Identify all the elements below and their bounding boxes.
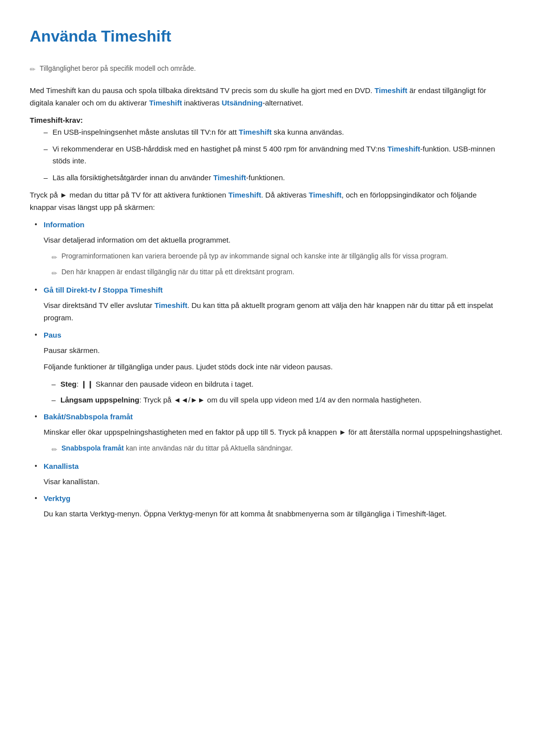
info-note-1-text: Programinformationen kan variera beroend… bbox=[61, 251, 448, 261]
list-item-verktyg: Verktyg Du kan starta Verktyg-menyn. Öpp… bbox=[30, 493, 505, 520]
rewind-note-text: Snabbspola framåt kan inte användas när … bbox=[61, 443, 293, 454]
rewind-note-row: ✏ Snabbspola framåt kan inte användas nä… bbox=[44, 443, 505, 455]
requirement-1: En USB-inspelningsenhet måste anslutas t… bbox=[44, 126, 505, 138]
req1-text-after: ska kunna användas. bbox=[271, 128, 344, 136]
paus-sub-slow: Långsam uppspelning: Tryck på ◄◄/►► om d… bbox=[52, 394, 505, 406]
slow-label: Långsam uppspelning bbox=[60, 396, 139, 404]
paus-sub-steg: Steg: ❙❙ Skannar den pausade videon en b… bbox=[52, 378, 505, 390]
steg-text: Skannar den pausade videon en bildruta i… bbox=[94, 380, 254, 388]
intro-text-4: -alternativet. bbox=[263, 99, 304, 107]
btn-information-title: Information bbox=[44, 220, 85, 229]
timeshift-link-2: Timeshift bbox=[149, 99, 182, 107]
intro-text-3: inaktiveras bbox=[182, 99, 221, 107]
requirements-heading: Timeshift-krav: bbox=[30, 114, 505, 126]
req1-link: Timeshift bbox=[239, 128, 271, 136]
btn-golive-desc: Visar direktsänd TV eller avslutar Times… bbox=[44, 299, 505, 324]
activation-paragraph: Tryck på ► medan du tittar på TV för att… bbox=[30, 189, 505, 214]
btn-kanallista-desc: Visar kanallistan. bbox=[44, 475, 505, 488]
btn-rewind-title: Bakåt/Snabbspola framåt bbox=[44, 412, 133, 421]
intro-paragraph: Med Timeshift kan du pausa och spola til… bbox=[30, 84, 505, 109]
steg-label: Steg bbox=[60, 380, 77, 388]
paus-desc-1: Pausar skärmen. bbox=[44, 344, 505, 357]
pencil-icon-info-1: ✏ bbox=[52, 252, 57, 263]
timeshift-link-1: Timeshift bbox=[374, 86, 407, 95]
act-text-1: Tryck på ► medan du tittar på TV för att… bbox=[30, 191, 228, 199]
buttons-list: Information Visar detaljerad information… bbox=[30, 219, 505, 520]
btn-verktyg-desc: Du kan starta Verktyg-menyn. Öppna Verkt… bbox=[44, 507, 505, 520]
availability-note-text: Tillgänglighet beror på specifik modell … bbox=[40, 63, 196, 74]
intro-text-1: Med Timeshift kan du pausa och spola til… bbox=[30, 86, 374, 95]
requirement-3: Läs alla försiktighetsåtgärder innan du … bbox=[44, 172, 505, 184]
availability-note-row: ✏ Tillgänglighet beror på specifik model… bbox=[30, 63, 505, 75]
btn-golive-sep: / bbox=[97, 286, 103, 294]
steg-symbol: : ❙❙ bbox=[77, 380, 94, 388]
info-note-2-text: Den här knappen är endast tillgänglig nä… bbox=[61, 267, 294, 277]
btn-information-desc: Visar detaljerad information om det aktu… bbox=[44, 234, 505, 247]
btn-paus-title: Paus bbox=[44, 331, 61, 339]
btn-golive-title-1: Gå till Direkt-tv bbox=[44, 286, 97, 294]
req3-text-after: -funktionen. bbox=[246, 173, 285, 182]
pencil-icon-rewind: ✏ bbox=[52, 444, 57, 455]
btn-kanallista-title: Kanallista bbox=[44, 462, 79, 470]
req1-text: En USB-inspelningsenhet måste anslutas t… bbox=[53, 128, 239, 136]
info-note-2-row: ✏ Den här knappen är endast tillgänglig … bbox=[52, 267, 505, 279]
requirements-list: En USB-inspelningsenhet måste anslutas t… bbox=[30, 126, 505, 184]
golive-link: Timeshift bbox=[155, 301, 187, 309]
snabbspola-link: Snabbspola framåt bbox=[61, 444, 124, 452]
act-text-2: . Då aktiveras bbox=[261, 191, 309, 199]
list-item-rewind: Bakåt/Snabbspola framåt Minskar eller ök… bbox=[30, 411, 505, 455]
btn-paus-desc: Pausar skärmen. Följande funktioner är t… bbox=[44, 344, 505, 373]
paus-desc-2: Följande funktioner är tillgängliga unde… bbox=[44, 360, 505, 373]
slow-text: : Tryck på ◄◄/►► om du vill spela upp vi… bbox=[139, 396, 422, 404]
btn-golive-title-2: Stoppa Timeshift bbox=[103, 286, 162, 294]
act-link-2: Timeshift bbox=[309, 191, 341, 199]
btn-verktyg-title: Verktyg bbox=[44, 494, 70, 503]
list-item-paus: Paus Pausar skärmen. Följande funktioner… bbox=[30, 329, 505, 406]
requirement-2: Vi rekommenderar en USB-hårddisk med en … bbox=[44, 143, 505, 167]
paus-sub-list: Steg: ❙❙ Skannar den pausade videon en b… bbox=[44, 378, 505, 406]
req2-text: Vi rekommenderar en USB-hårddisk med en … bbox=[53, 145, 387, 153]
list-item-kanallista: Kanallista Visar kanallistan. bbox=[30, 460, 505, 488]
pencil-icon-info-2: ✏ bbox=[52, 268, 57, 279]
req3-link: Timeshift bbox=[213, 173, 246, 182]
list-item-information: Information Visar detaljerad information… bbox=[30, 219, 505, 279]
list-item-go-to-live: Gå till Direkt-tv / Stoppa Timeshift Vis… bbox=[30, 284, 505, 324]
req3-text: Läs alla försiktighetsåtgärder innan du … bbox=[53, 173, 213, 182]
req2-link: Timeshift bbox=[387, 145, 420, 153]
act-link-1: Timeshift bbox=[228, 191, 261, 199]
page-title: Använda Timeshift bbox=[30, 24, 505, 49]
info-note-1-row: ✏ Programinformationen kan variera beroe… bbox=[52, 251, 505, 263]
golive-text-1: Visar direktsänd TV eller avslutar bbox=[44, 301, 155, 309]
btn-rewind-desc: Minskar eller ökar uppspelningshastighet… bbox=[44, 426, 505, 439]
information-sub-notes: ✏ Programinformationen kan variera beroe… bbox=[44, 251, 505, 279]
utsandning-link: Utsändning bbox=[221, 99, 263, 107]
pencil-icon: ✏ bbox=[30, 64, 36, 75]
